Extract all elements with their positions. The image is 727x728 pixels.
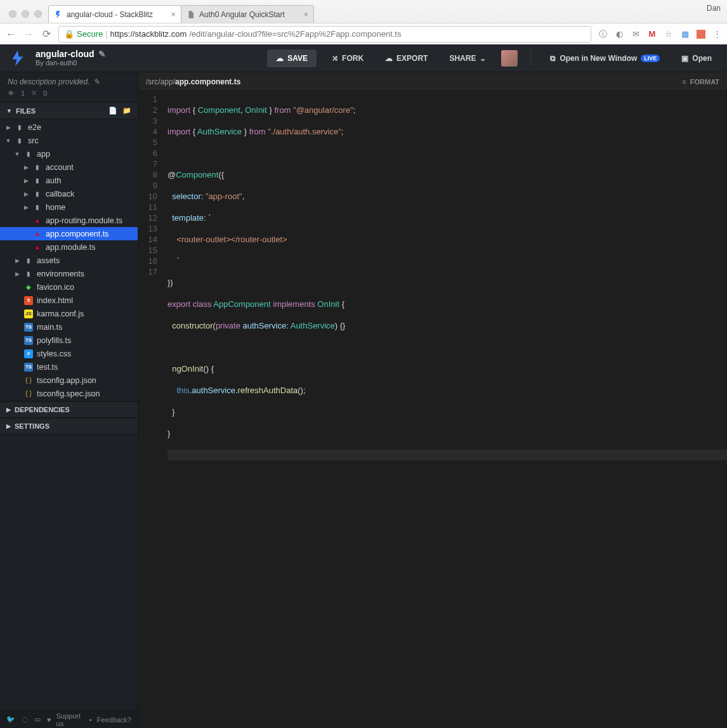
open-button[interactable]: ▣ Open <box>675 50 718 67</box>
avatar[interactable] <box>501 50 518 67</box>
fork-button[interactable]: ⤭ FORK <box>325 50 370 67</box>
file-node[interactable]: #styles.css <box>0 347 138 360</box>
secure-label: Secure <box>77 29 103 39</box>
breadcrumb-file[interactable]: app.component.ts <box>175 77 240 86</box>
file-node[interactable]: TSmain.ts <box>0 320 138 334</box>
code-area[interactable]: 1234567891011121314151617 import { Compo… <box>138 91 727 728</box>
author-link[interactable]: dan-auth0 <box>46 59 77 67</box>
new-file-icon[interactable]: 📄 <box>108 107 117 115</box>
file-node[interactable]: ▲app-routing.module.ts <box>0 214 138 227</box>
browser-profile[interactable]: Dan <box>707 4 721 13</box>
browser-tab-active[interactable]: angular-cloud - StackBlitz × <box>48 5 181 23</box>
ts-icon: TS <box>24 323 33 332</box>
cloud-icon: ☁ <box>276 54 284 63</box>
info-icon[interactable]: ⓘ <box>598 29 608 39</box>
tab-title: angular-cloud - StackBlitz <box>67 10 153 19</box>
chevron-down-icon: ▼ <box>6 108 12 114</box>
line-number: 13 <box>138 223 157 234</box>
edit-icon[interactable]: ✎ <box>93 77 100 86</box>
stackblitz-app: angular-cloud ✎ By dan-auth0 ☁ SAVE ⤭ FO… <box>0 44 727 728</box>
breadcrumb-path[interactable]: /src/app/ <box>146 77 175 86</box>
close-icon[interactable]: × <box>171 10 176 19</box>
contrast-icon[interactable]: ◐ <box>614 29 624 39</box>
file-node[interactable]: { }tsconfig.app.json <box>0 374 138 387</box>
discord-icon[interactable]: ▭ <box>34 715 41 724</box>
folder-node[interactable]: ▶▮environments <box>0 267 138 280</box>
gmail-icon[interactable]: M <box>647 29 657 39</box>
node-label: styles.css <box>37 349 71 358</box>
file-node[interactable]: { }tsconfig.spec.json <box>0 387 138 400</box>
edit-icon[interactable]: ✎ <box>98 49 106 60</box>
code-lines[interactable]: import { Component, OnInit } from "@angu… <box>164 94 727 728</box>
extension-icon[interactable] <box>697 30 705 39</box>
chevron-right-icon[interactable]: ▶ <box>14 271 20 277</box>
node-label: tsconfig.spec.json <box>37 389 100 398</box>
line-number: 10 <box>138 191 157 202</box>
maximize-window-icon[interactable] <box>34 10 42 18</box>
stackblitz-logo-icon[interactable] <box>9 49 27 67</box>
close-window-icon[interactable] <box>9 10 16 18</box>
menu-icon[interactable]: ⋮ <box>712 29 722 39</box>
chevron-right-icon[interactable]: ▶ <box>5 124 11 131</box>
save-button[interactable]: ☁ SAVE <box>267 49 317 67</box>
forward-icon[interactable]: → <box>23 29 34 40</box>
file-node[interactable]: ◆favicon.ico <box>0 280 138 294</box>
back-icon[interactable]: ← <box>5 29 16 40</box>
folder-node[interactable]: ▶▮auth <box>0 174 138 187</box>
file-node[interactable]: ▲app.component.ts <box>0 227 138 240</box>
lock-icon: 🔒 <box>64 29 74 39</box>
mail-icon[interactable]: ✉ <box>631 29 641 39</box>
dependencies-section-header[interactable]: ▶ DEPENDENCIES <box>0 401 138 418</box>
chevron-down-icon[interactable]: ▼ <box>14 151 20 157</box>
node-label: main.ts <box>37 323 62 332</box>
share-button[interactable]: SHARE ⌄ <box>443 50 492 67</box>
forks-count: 0 <box>43 89 47 97</box>
folder-node[interactable]: ▶▮e2e <box>0 120 138 134</box>
support-link[interactable]: Support us <box>56 712 84 727</box>
folder-node[interactable]: ▶▮assets <box>0 254 138 267</box>
star-icon[interactable]: ☆ <box>664 29 674 39</box>
settings-section-header[interactable]: ▶ SETTINGS <box>0 418 138 434</box>
line-number: 11 <box>138 202 157 212</box>
folder-node[interactable]: ▼▮app <box>0 147 138 160</box>
translate-icon[interactable]: ▦ <box>680 29 690 39</box>
files-section-header[interactable]: ▼ FILES 📄 📁 <box>0 102 138 119</box>
folder-icon: ▮ <box>15 136 24 145</box>
chevron-down-icon[interactable]: ▼ <box>5 138 11 144</box>
browser-tab-inactive[interactable]: Auth0 Angular QuickStart × <box>181 5 314 23</box>
feedback-link[interactable]: Feedback? <box>97 716 131 724</box>
chevron-right-icon[interactable]: ▶ <box>14 257 20 264</box>
file-node[interactable]: TSpolyfills.ts <box>0 334 138 347</box>
minimize-window-icon[interactable] <box>22 10 29 18</box>
export-button[interactable]: ☁ EXPORT <box>379 50 434 67</box>
project-description[interactable]: No description provided. ✎ <box>0 72 138 89</box>
folder-node[interactable]: ▶▮home <box>0 200 138 214</box>
twitter-icon[interactable]: 🐦 <box>6 715 15 724</box>
chevron-right-icon[interactable]: ▶ <box>23 164 29 171</box>
tab-strip: angular-cloud - StackBlitz × Auth0 Angul… <box>0 0 727 23</box>
node-label: assets <box>37 256 60 265</box>
fork-icon: ⤬ <box>31 89 37 97</box>
folder-node[interactable]: ▶▮account <box>0 160 138 174</box>
chevron-right-icon[interactable]: ▶ <box>23 204 29 211</box>
file-node[interactable]: 5index.html <box>0 294 138 307</box>
url-input[interactable]: 🔒 Secure | https://stackblitz.com/edit/a… <box>58 26 591 42</box>
reload-icon[interactable]: ⟳ <box>41 28 52 40</box>
file-node[interactable]: TStest.ts <box>0 360 138 374</box>
node-label: callback <box>46 190 74 198</box>
file-node[interactable]: JSkarma.conf.js <box>0 307 138 320</box>
node-label: app.module.ts <box>46 243 96 252</box>
folder-node[interactable]: ▼▮src <box>0 134 138 147</box>
new-folder-icon[interactable]: 📁 <box>122 107 131 115</box>
project-name[interactable]: angular-cloud <box>36 49 95 60</box>
format-button[interactable]: ≡ FORMAT <box>682 78 719 86</box>
file-tree: ▶▮e2e▼▮src▼▮app▶▮account▶▮auth▶▮callback… <box>0 119 138 401</box>
github-icon[interactable]: ◌ <box>22 715 28 724</box>
chevron-right-icon[interactable]: ▶ <box>23 178 29 184</box>
node-label: favicon.ico <box>37 283 74 292</box>
chevron-right-icon[interactable]: ▶ <box>23 191 29 197</box>
close-icon[interactable]: × <box>303 10 308 19</box>
open-new-window-button[interactable]: ⧉ Open in New Window LIVE <box>544 50 666 67</box>
file-node[interactable]: ▲app.module.ts <box>0 240 138 254</box>
folder-node[interactable]: ▶▮callback <box>0 187 138 200</box>
